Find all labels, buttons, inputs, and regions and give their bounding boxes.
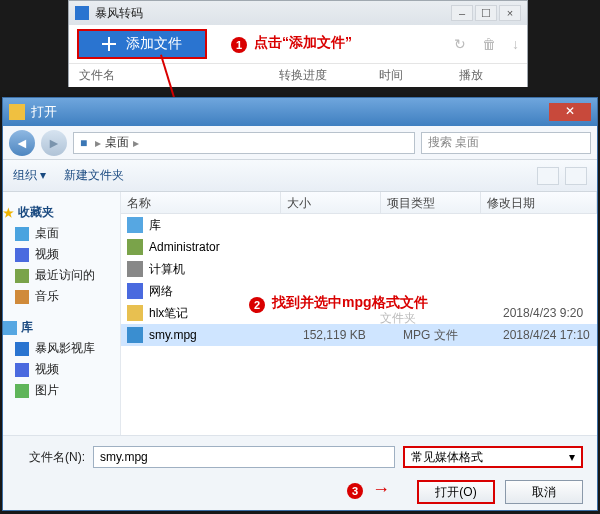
sidebar-item-desktop[interactable]: 桌面 (3, 223, 120, 244)
dialog-footer: 文件名(N): 常见媒体格式 ▾ 打开(O) 取消 (3, 435, 597, 510)
nav-search-input[interactable]: 搜索 桌面 (421, 132, 591, 154)
file-list: 库Administrator计算机网络hlx笔记2018/4/23 9:20sm… (121, 214, 597, 435)
file-date: 2018/4/24 17:10 (503, 328, 597, 342)
col-name[interactable]: 名称 (121, 192, 281, 213)
plus-icon (102, 37, 116, 51)
organize-menu[interactable]: 组织 ▾ (13, 167, 46, 184)
file-column-headers: 名称 大小 项目类型 修改日期 (121, 192, 597, 214)
dialog-icon (9, 104, 25, 120)
refresh-icon[interactable]: ↻ (454, 36, 466, 52)
filter-label: 常见媒体格式 (411, 449, 483, 466)
sidebar-item-recent[interactable]: 最近访问的 (3, 265, 120, 286)
sidebar-item-stormlib[interactable]: 暴风影视库 (3, 338, 120, 359)
file-name: Administrator (149, 240, 303, 254)
file-type-filter[interactable]: 常见媒体格式 ▾ (403, 446, 583, 468)
path-root-icon: ■ (80, 136, 87, 150)
dialog-sidebar: ★ 收藏夹 桌面 视频 最近访问的 音乐 库 暴风影视库 视频 图片 (3, 192, 121, 435)
file-date: 2018/4/23 9:20 (503, 306, 597, 320)
path-sep: ▸ (133, 136, 139, 150)
nav-path[interactable]: ■ ▸ 桌面 ▸ (73, 132, 415, 154)
transcoder-column-headers: 文件名 转换进度 时间 播放 (69, 63, 527, 87)
file-icon (127, 261, 143, 277)
download-icon[interactable]: ↓ (512, 36, 519, 52)
file-name: smy.mpg (149, 328, 303, 342)
dialog-title: 打开 (31, 103, 57, 121)
file-row[interactable]: smy.mpg152,119 KBMPG 文件2018/4/24 17:10 (121, 324, 597, 346)
search-placeholder: 搜索 桌面 (428, 134, 479, 151)
help-button[interactable] (565, 167, 587, 185)
file-row[interactable]: Administrator (121, 236, 597, 258)
app-title: 暴风转码 (95, 5, 143, 22)
sidebar-item-lib-pictures[interactable]: 图片 (3, 380, 120, 401)
col-progress: 转换进度 (269, 67, 369, 84)
col-play: 播放 (449, 67, 509, 84)
library-icon (3, 321, 17, 335)
col-time: 时间 (369, 67, 449, 84)
col-size[interactable]: 大小 (281, 192, 381, 213)
open-button[interactable]: 打开(O) (417, 480, 495, 504)
dialog-titlebar: 打开 ✕ (3, 98, 597, 126)
app-icon (75, 6, 89, 20)
file-icon (127, 305, 143, 321)
sidebar-favorites-header[interactable]: ★ 收藏夹 (3, 204, 120, 221)
filename-label: 文件名(N): (17, 449, 85, 466)
filename-input[interactable] (93, 446, 395, 468)
file-row[interactable]: 库 (121, 214, 597, 236)
transcoder-titlebar: 暴风转码 – ☐ × (69, 1, 527, 25)
col-date[interactable]: 修改日期 (481, 192, 597, 213)
file-icon (127, 283, 143, 299)
sidebar-item-music[interactable]: 音乐 (3, 286, 120, 307)
annotation-text-1: 点击“添加文件” (254, 34, 352, 52)
annotation-badge-3: 3 (347, 483, 363, 499)
star-icon: ★ (3, 206, 14, 220)
sidebar-item-lib-videos[interactable]: 视频 (3, 359, 120, 380)
nav-forward-button[interactable]: ► (41, 130, 67, 156)
path-location: 桌面 (105, 134, 129, 151)
file-type: MPG 文件 (403, 327, 503, 344)
file-pane: 名称 大小 项目类型 修改日期 库Administrator计算机网络hlx笔记… (121, 192, 597, 435)
file-size: 152,119 KB (303, 328, 403, 342)
sidebar-item-videos[interactable]: 视频 (3, 244, 120, 265)
annotation-badge-1: 1 (231, 37, 247, 53)
file-row[interactable]: 计算机 (121, 258, 597, 280)
add-file-button[interactable]: 添加文件 (77, 29, 207, 59)
close-button[interactable]: × (499, 5, 521, 21)
view-mode-button[interactable] (537, 167, 559, 185)
col-type[interactable]: 项目类型 (381, 192, 481, 213)
new-folder-button[interactable]: 新建文件夹 (64, 167, 124, 184)
annotation-arrow-3: → (372, 479, 390, 500)
annotation-badge-2: 2 (249, 297, 265, 313)
file-name: 计算机 (149, 261, 303, 278)
file-icon (127, 327, 143, 343)
file-name: 库 (149, 217, 303, 234)
folder-type-shadow: 文件夹 (380, 310, 416, 327)
nav-back-button[interactable]: ◄ (9, 130, 35, 156)
sidebar-libraries-header[interactable]: 库 (3, 319, 120, 336)
cancel-button[interactable]: 取消 (505, 480, 583, 504)
chevron-down-icon: ▾ (569, 450, 575, 464)
maximize-button[interactable]: ☐ (475, 5, 497, 21)
minimize-button[interactable]: – (451, 5, 473, 21)
add-file-label: 添加文件 (126, 35, 182, 53)
file-icon (127, 239, 143, 255)
file-icon (127, 217, 143, 233)
trash-icon[interactable]: 🗑 (482, 36, 496, 52)
dialog-navbar: ◄ ► ■ ▸ 桌面 ▸ 搜索 桌面 (3, 126, 597, 160)
dialog-toolbar: 组织 ▾ 新建文件夹 (3, 160, 597, 192)
path-sep: ▸ (95, 136, 101, 150)
dialog-close-button[interactable]: ✕ (549, 103, 591, 121)
